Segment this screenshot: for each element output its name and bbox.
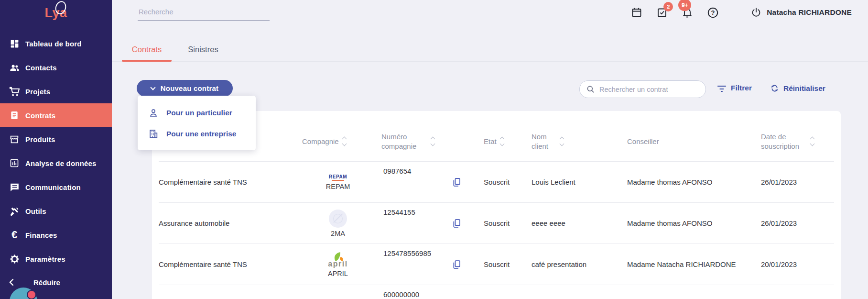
cell-compagnie: 2MA [302, 210, 374, 237]
logo-text: april [328, 260, 347, 268]
menu-item-label: Pour un particulier [166, 109, 232, 117]
global-search [138, 4, 270, 21]
search-icon [586, 85, 595, 94]
people-icon [9, 62, 20, 73]
sort-desc-icon [499, 142, 504, 146]
filter-button[interactable]: Filtrer [717, 84, 752, 92]
reset-button[interactable]: Réinitialiser [770, 84, 825, 93]
cell-compagnie: april APRIL [302, 251, 374, 277]
sidebar-item-label: Communication [25, 183, 81, 191]
sort-asc-icon [431, 137, 435, 142]
help-icon[interactable]: ? [706, 6, 719, 19]
sidebar-item-label: Outils [25, 207, 46, 215]
cell-nom-client: eeee eeee [532, 219, 627, 227]
cell-numero: 600000000 [374, 285, 469, 299]
sidebar-item-label: Contacts [25, 64, 57, 72]
new-contract-menu: Pour un particulier Pour une entreprise [138, 96, 256, 150]
cell-etat: Souscrit [469, 178, 532, 186]
dashboard-icon [9, 38, 20, 49]
table-row[interactable]: Complémentaire santé TNS april APRIL 125… [159, 244, 834, 285]
column-header-date-souscription[interactable]: Date de souscription [761, 132, 834, 151]
tab-label: Sinistres [188, 45, 218, 54]
chat-icon [9, 181, 20, 193]
sidebar-collapse-label: Réduire [33, 278, 60, 287]
chevron-left-icon [9, 278, 14, 286]
logo-text: REPAM [329, 174, 347, 179]
cell-numero: 0987654 [374, 162, 469, 202]
numero-value: 12544155 [383, 208, 415, 216]
app-screen: Lya Tableau de bord Contacts Projets [0, 0, 868, 299]
filter-icon [717, 84, 727, 92]
table-row[interactable]: 600000000 [159, 285, 834, 299]
sort-asc-icon [499, 137, 504, 142]
cell-nom-client: Louis Leclient [532, 178, 627, 186]
cell-conseiller: Madame Natacha RICHIARDONE [627, 260, 761, 268]
tabs-bar: Contrats Sinistres [112, 25, 868, 62]
avatar-notification-badge [27, 290, 36, 299]
new-contract-button[interactable]: Nouveau contrat [137, 80, 233, 97]
numero-value: 600000000 [383, 290, 419, 299]
sidebar-item-outils[interactable]: Outils [0, 199, 112, 223]
reset-label: Réinitialiser [783, 84, 825, 93]
brand-logo[interactable]: Lya [0, 0, 112, 26]
sidebar-item-label: Analyse de données [25, 159, 97, 167]
sort-desc-icon [342, 142, 347, 146]
user-name: Natacha RICHIARDONE [767, 8, 852, 17]
euro-icon: € [9, 229, 20, 241]
cell-risque: Complémentaire santé TNS [159, 178, 302, 186]
tab-contrats[interactable]: Contrats [122, 45, 172, 62]
sidebar-item-parametres[interactable]: Paramètres [0, 247, 112, 271]
cell-conseiller: Madame thomas AFONSO [627, 219, 761, 227]
tab-sinistres[interactable]: Sinistres [180, 45, 226, 62]
column-header-nom-client[interactable]: Nom client [532, 132, 627, 151]
compagnie-caption: APRIL [328, 270, 348, 277]
sidebar: Lya Tableau de bord Contacts Projets [0, 0, 112, 299]
sidebar-item-produits[interactable]: Produits [0, 127, 112, 151]
sidebar-item-label: Projets [25, 88, 50, 96]
column-label: Conseiller [627, 137, 659, 146]
table-row[interactable]: Complémentaire santé TNS REPAM REPAM 098… [159, 162, 834, 203]
copy-icon[interactable] [452, 218, 462, 228]
tasks-badge: 2 [663, 2, 673, 11]
sidebar-item-projets[interactable]: Projets [0, 79, 112, 103]
tasks-icon[interactable]: 2 [656, 6, 668, 19]
user-menu[interactable]: Natacha RICHIARDONE [751, 7, 852, 18]
global-search-input[interactable] [138, 4, 270, 21]
person-icon [148, 108, 159, 118]
cell-etat: Souscrit [469, 260, 532, 268]
column-header-etat[interactable]: Etat [469, 137, 532, 146]
table-row[interactable]: Assurance automobile 2MA 12544155 Souscr… [159, 203, 834, 244]
sidebar-item-contacts[interactable]: Contacts [0, 55, 112, 79]
calendar-icon[interactable] [630, 6, 643, 19]
filter-label: Filtrer [731, 84, 752, 92]
sidebar-item-communication[interactable]: Communication [0, 175, 112, 199]
sort-asc-icon [560, 137, 564, 142]
sidebar-item-analyse-de-donnees[interactable]: Analyse de données [0, 151, 112, 175]
tools-icon [9, 205, 20, 217]
sidebar-item-contrats[interactable]: Contrats [0, 103, 112, 127]
sort-desc-icon [431, 142, 435, 146]
sidebar-item-finances[interactable]: € Finances [0, 223, 112, 247]
column-header-numero-compagnie[interactable]: Numéro compagnie [374, 132, 469, 151]
chevron-down-icon [150, 85, 155, 90]
menu-item-particulier[interactable]: Pour un particulier [138, 102, 256, 123]
document-icon [9, 110, 20, 121]
copy-icon[interactable] [452, 177, 462, 187]
contract-search-input[interactable] [599, 86, 695, 93]
cell-risque: Assurance automobile [159, 219, 302, 227]
sort-asc-icon [810, 137, 815, 142]
april-logo: april [328, 251, 347, 268]
sort-asc-icon [342, 137, 347, 142]
sidebar-item-label: Finances [25, 231, 57, 239]
cell-date: 20/01/2023 [761, 260, 834, 268]
column-header-compagnie[interactable]: Compagnie [302, 137, 374, 146]
menu-item-label: Pour une entreprise [166, 130, 236, 138]
sort-desc-icon [560, 142, 564, 146]
menu-item-entreprise[interactable]: Pour une entreprise [138, 123, 256, 144]
bell-icon[interactable]: 9+ [681, 6, 694, 19]
copy-icon[interactable] [452, 259, 462, 269]
column-label: Nom client [532, 132, 556, 151]
sidebar-item-tableau-de-bord[interactable]: Tableau de bord [0, 32, 112, 55]
compagnie-caption: 2MA [331, 230, 345, 237]
cell-nom-client: café presentation [532, 260, 627, 268]
